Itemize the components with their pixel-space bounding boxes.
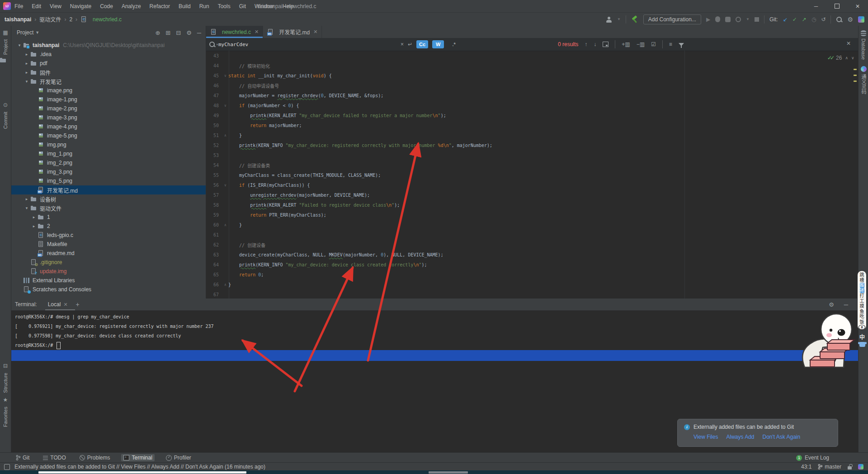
database-icon[interactable] — [861, 30, 866, 36]
open-in-find-window-icon[interactable] — [603, 42, 609, 47]
menu-view[interactable]: View — [49, 2, 62, 10]
terminal-tab-local[interactable]: Local✕ — [47, 299, 69, 310]
tree-item-img-1-png[interactable]: img_1.png — [11, 149, 206, 158]
project-panel-title[interactable]: Project — [17, 29, 33, 36]
tree-item-img-5-png[interactable]: img_5.png — [11, 176, 206, 185]
search-icon[interactable]: ▼ — [209, 41, 219, 47]
tool-window-button-problems[interactable]: Problems — [77, 454, 113, 461]
chevron-right-icon[interactable]: ▸ — [30, 215, 38, 219]
git-update-icon[interactable]: ↙ — [783, 16, 788, 23]
menu-tools[interactable]: Tools — [217, 2, 231, 10]
tree-item-item[interactable]: ▸设备树 — [11, 194, 206, 204]
fold-marker-icon[interactable]: ∨ — [222, 74, 228, 78]
project-tool-icon[interactable]: ▦ — [0, 29, 11, 36]
commit-tool-icon[interactable]: ⊙ — [0, 102, 11, 108]
tree-item-scratches-and-consoles[interactable]: Scratches and Consoles — [11, 285, 206, 294]
chevron-down-icon[interactable]: ▼ — [746, 17, 750, 21]
tool-strip-tongyi[interactable]: 通义灵码 — [860, 74, 867, 94]
collapse-all-icon[interactable]: ⊟ — [176, 29, 181, 36]
tool-window-button-profiler[interactable]: Profiler — [164, 454, 193, 461]
chevron-down-icon[interactable]: ▾ — [23, 206, 30, 210]
breadcrumb-taishanpai[interactable]: taishanpai — [5, 16, 31, 23]
terminal-output[interactable]: root@RK356X:/# dmesg | grep my_char_devi… — [15, 312, 214, 350]
tree-item-img-2-png[interactable]: img_2.png — [11, 158, 206, 167]
tab-newchrled-c[interactable]: newchrled.c ✕ — [206, 26, 263, 38]
history-clock-icon[interactable]: ◷ — [811, 16, 816, 23]
tool-strip-project[interactable]: Project — [3, 39, 8, 55]
next-occurrence-icon[interactable]: ↓ — [594, 41, 596, 47]
tree-item-item[interactable]: ▸固件 — [11, 68, 206, 77]
match-case-toggle[interactable]: Cc — [416, 40, 428, 48]
previous-occurrence-icon[interactable]: ↑ — [585, 41, 587, 47]
fold-marker-icon[interactable]: ∧ — [222, 133, 228, 137]
close-terminal-tab-icon[interactable]: ✕ — [63, 302, 67, 308]
search-everywhere-icon[interactable] — [836, 16, 842, 23]
event-log-button[interactable]: 1 Event Log — [796, 455, 829, 461]
toast-action-always-add[interactable]: Always Add — [726, 434, 754, 440]
git-push-icon[interactable]: ↗ — [802, 16, 807, 23]
tree-item-taishanpai[interactable]: ▾taishanpaiC:\Users\QINGJUE\Desktop\git\… — [11, 41, 206, 50]
menu-file[interactable]: File — [14, 2, 24, 10]
terminal-settings-gear-icon[interactable]: ⚙ — [829, 301, 834, 308]
chevron-right-icon[interactable]: ▸ — [23, 197, 30, 201]
breadcrumb-item[interactable]: 驱动文件 — [39, 15, 61, 23]
newline-icon[interactable]: ↵ — [408, 41, 412, 47]
menu-edit[interactable]: Edit — [31, 2, 42, 10]
tree-item-img-3-png[interactable]: img_3.png — [11, 167, 206, 176]
tab-dev-notes-md[interactable]: 开发笔记.md ✕ — [263, 26, 322, 38]
build-hammer-icon[interactable] — [631, 16, 638, 23]
menu-navigate[interactable]: Navigate — [69, 2, 92, 10]
stop-icon[interactable] — [755, 17, 759, 22]
close-tab-icon[interactable]: ✕ — [255, 29, 259, 35]
filter-funnel-icon[interactable] — [679, 43, 684, 46]
tree-item-external-libraries[interactable]: External Libraries — [11, 276, 206, 285]
tree-item-image-png[interactable]: image.png — [11, 86, 206, 95]
tree-item-image-1-png[interactable]: image-1.png — [11, 95, 206, 104]
chevron-down-icon[interactable]: ▾ — [23, 79, 30, 84]
tree-item-item[interactable]: ▾驱动文件 — [11, 204, 206, 213]
caret-position[interactable]: 43:1 — [801, 464, 811, 470]
minimize-button[interactable]: ─ — [806, 0, 826, 12]
search-input[interactable]: myCharCdev — [218, 38, 248, 51]
chevron-down-icon[interactable]: ▼ — [35, 30, 39, 35]
clear-search-icon[interactable]: × — [401, 41, 404, 47]
tree-item-pdf[interactable]: ▸pdf — [11, 59, 206, 68]
tool-window-button-todo[interactable]: TODO — [41, 454, 68, 461]
tool-window-button-git[interactable]: Git — [14, 454, 32, 461]
chevron-right-icon[interactable]: ▸ — [23, 70, 30, 75]
tree-item-leds-gpio-c[interactable]: leds-gpio.c — [11, 231, 206, 240]
regex-toggle[interactable]: .* — [448, 40, 460, 48]
close-find-bar-icon[interactable]: ✕ — [846, 40, 851, 47]
previous-problem-icon[interactable]: ∧ — [845, 56, 848, 60]
chevron-right-icon[interactable]: ▸ — [23, 52, 30, 57]
tree-item-item[interactable]: ▾开发笔记 — [11, 77, 206, 86]
maximize-button[interactable] — [826, 0, 847, 12]
status-message[interactable]: Externally added files can be added to G… — [14, 464, 265, 470]
tree-item-update-img[interactable]: update.img — [11, 267, 206, 276]
close-button[interactable]: ✕ — [847, 0, 868, 12]
minimize-panel-icon[interactable]: ─ — [844, 301, 848, 308]
git-branch-widget[interactable]: master — [818, 464, 841, 470]
tongyi-lingma-icon[interactable] — [861, 66, 867, 72]
tree-item-readme-md[interactable]: readme.md — [11, 249, 206, 258]
breadcrumb-2[interactable]: 2 — [69, 16, 72, 23]
new-terminal-icon[interactable]: + — [76, 301, 80, 308]
menu-code[interactable]: Code — [99, 2, 114, 10]
remove-occurrence-icon[interactable]: −▥ — [637, 41, 645, 47]
hide-panel-icon[interactable]: ─ — [197, 29, 201, 36]
user-icon[interactable] — [606, 16, 612, 23]
run-icon[interactable]: ▶ — [706, 16, 710, 23]
menu-git[interactable]: Git — [238, 2, 247, 10]
fold-marker-icon[interactable]: ∨ — [222, 104, 228, 108]
structure-tool-icon[interactable]: ⊟ — [0, 363, 11, 369]
next-problem-icon[interactable]: ∨ — [851, 56, 854, 60]
chevron-right-icon[interactable]: ▸ — [23, 61, 30, 66]
toast-action-don-t-ask-again[interactable]: Don't Ask Again — [763, 434, 801, 440]
close-tab-icon[interactable]: ✕ — [313, 29, 317, 35]
tree-item-idea[interactable]: ▸.idea — [11, 50, 206, 59]
chevron-right-icon[interactable]: ▸ — [30, 224, 38, 228]
menu-refactor[interactable]: Refactor — [149, 2, 171, 10]
unlock-icon[interactable] — [848, 466, 852, 469]
tool-strip-commit[interactable]: Commit — [3, 112, 8, 129]
search-filter-icon[interactable]: ≡ — [669, 41, 672, 47]
